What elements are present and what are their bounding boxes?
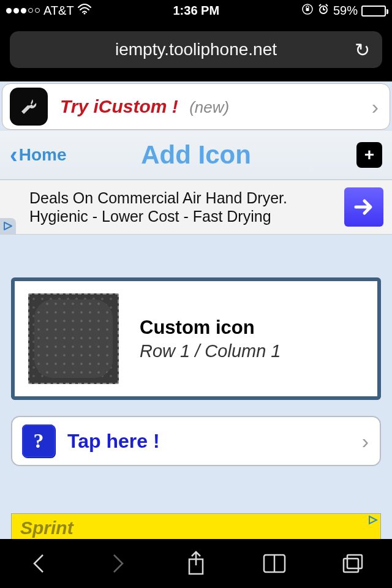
card-subtitle: Row 1 / Column 1 [140, 341, 281, 361]
svg-rect-7 [344, 559, 358, 572]
alarm-icon [317, 3, 330, 18]
add-button[interactable]: + [356, 142, 382, 168]
bookmarks-button[interactable] [259, 548, 290, 579]
card-title: Custom icon [140, 317, 281, 339]
ad-logo: Sprint [20, 518, 74, 538]
status-bar: AT&T 1:36 PM 59% [0, 0, 392, 21]
chevron-right-icon: › [372, 95, 379, 119]
page-content: Try iCustom ! (new) › ‹ Home Add Icon + … [0, 81, 392, 539]
question-icon: ? [22, 424, 55, 458]
reload-icon[interactable]: ↻ [355, 39, 370, 61]
promo-title: Try iCustom ! [60, 96, 178, 116]
browser-url-bar: iempty.tooliphone.net ↻ [0, 21, 392, 81]
adchoices-icon[interactable] [0, 218, 16, 234]
ad-banner[interactable]: Deals On Commercial Air Hand Dryer. Hygi… [0, 180, 392, 235]
page-title: Add Icon [0, 140, 392, 170]
promo-tag: (new) [189, 98, 229, 116]
adchoices-icon[interactable] [368, 515, 378, 525]
signal-dots-icon [6, 8, 40, 13]
page-nav: ‹ Home Add Icon + [0, 130, 392, 180]
clock-label: 1:36 PM [173, 4, 220, 18]
svg-rect-2 [306, 8, 309, 11]
ad-line1: Deals On Commercial Air Hand Dryer. [29, 189, 287, 206]
carrier-label: AT&T [43, 4, 74, 18]
wrench-icon [10, 88, 48, 126]
tap-here-label: Tap here ! [67, 430, 160, 453]
svg-point-0 [83, 13, 85, 15]
bottom-ad-banner[interactable]: Sprint [11, 513, 381, 539]
orientation-lock-icon [301, 3, 314, 18]
ad-line2: Hygienic - Lower Cost - Fast Drying [29, 208, 271, 225]
battery-icon [361, 6, 386, 17]
tap-here-row[interactable]: ? Tap here ! › [11, 416, 381, 466]
promo-row[interactable]: Try iCustom ! (new) › [2, 83, 390, 130]
icon-preview [28, 293, 119, 384]
wifi-icon [78, 4, 91, 18]
url-text: iempty.tooliphone.net [115, 40, 277, 59]
ad-arrow-button[interactable] [344, 187, 383, 227]
custom-icon-card[interactable]: Custom icon Row 1 / Column 1 [11, 277, 381, 400]
forward-button[interactable] [102, 548, 133, 579]
url-field[interactable]: iempty.tooliphone.net ↻ [10, 31, 382, 68]
browser-toolbar [0, 539, 392, 588]
svg-rect-6 [347, 555, 362, 568]
back-button[interactable] [24, 548, 55, 579]
battery-pct-label: 59% [333, 4, 358, 18]
share-button[interactable] [181, 548, 211, 579]
tabs-button[interactable] [337, 548, 368, 579]
chevron-right-icon: › [362, 429, 369, 453]
